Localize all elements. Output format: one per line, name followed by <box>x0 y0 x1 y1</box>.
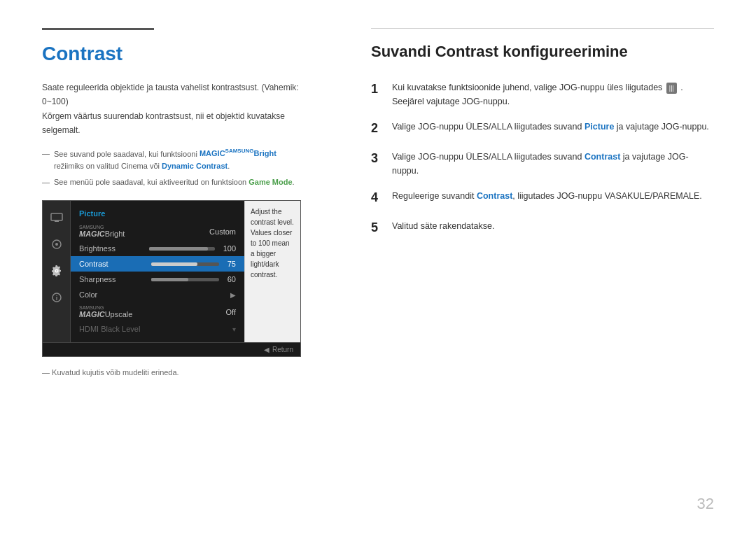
circle-icon <box>48 236 65 253</box>
menu-content: Picture SAMSUNG MAGICBright Custom Brigh… <box>71 201 244 342</box>
return-bar: ◀ Return <box>43 342 300 356</box>
note-game-mode: See menüü pole saadaval, kui aktiveeritu… <box>42 176 308 189</box>
page-title: Contrast <box>42 43 308 65</box>
menu-item-magicbright: SAMSUNG MAGICBright Custom <box>71 222 244 241</box>
step-5: 5 Valitud säte rakendatakse. <box>371 219 714 238</box>
side-description: Adjust the contrast level. Values closer… <box>244 201 300 342</box>
caption: Kuvatud kujutis võib mudeliti erineda. <box>42 368 308 377</box>
monitor-mockup: i Picture SAMSUNG MAGICBright Custom <box>42 200 301 357</box>
info-icon: i <box>48 289 65 306</box>
menu-item-magicupscale: SAMSUNG MAGICUpscale Off <box>71 302 244 321</box>
note-magic-bright: See suvand pole saadaval, kui funktsioon… <box>42 148 308 173</box>
menu-item-sharpness: Sharpness 60 <box>71 272 244 287</box>
svg-rect-1 <box>55 220 59 222</box>
step-3: 3 Valige JOG-nuppu ÜLES/ALLA liigutades … <box>371 150 714 178</box>
menu-item-hdmi: HDMI Black Level ▾ <box>71 321 244 337</box>
section-title: Suvandi Contrast konfigureerimine <box>371 43 714 61</box>
gear-icon <box>48 262 65 279</box>
step-2: 2 Valige JOG-nuppu ÜLES/ALLA liigutades … <box>371 120 714 139</box>
svg-point-3 <box>55 243 58 246</box>
step-4: 4 Reguleerige suvandit Contrast, liiguta… <box>371 189 714 208</box>
svg-rect-0 <box>51 213 62 220</box>
top-divider-left <box>42 28 154 30</box>
menu-item-contrast: Contrast 75 <box>71 256 244 272</box>
svg-text:i: i <box>55 295 57 302</box>
left-column: Contrast Saate reguleerida objektide ja … <box>42 28 336 506</box>
right-column: Suvandi Contrast konfigureerimine 1 Kui … <box>336 28 714 506</box>
menu-title: Picture <box>71 206 244 222</box>
steps-list: 1 Kui kuvatakse funktsioonide juhend, va… <box>371 80 714 237</box>
step-1: 1 Kui kuvatakse funktsioonide juhend, va… <box>371 80 714 108</box>
description: Saate reguleerida objektide ja tausta va… <box>42 80 308 138</box>
page-number: 32 <box>697 495 714 513</box>
icon-bar: i <box>43 201 71 342</box>
monitor-icon <box>48 209 65 226</box>
menu-item-color: Color ▶ <box>71 287 244 302</box>
top-divider-right <box>371 28 714 29</box>
menu-item-brightness: Brightness 100 <box>71 241 244 256</box>
jog-icon: ||| <box>666 83 677 94</box>
